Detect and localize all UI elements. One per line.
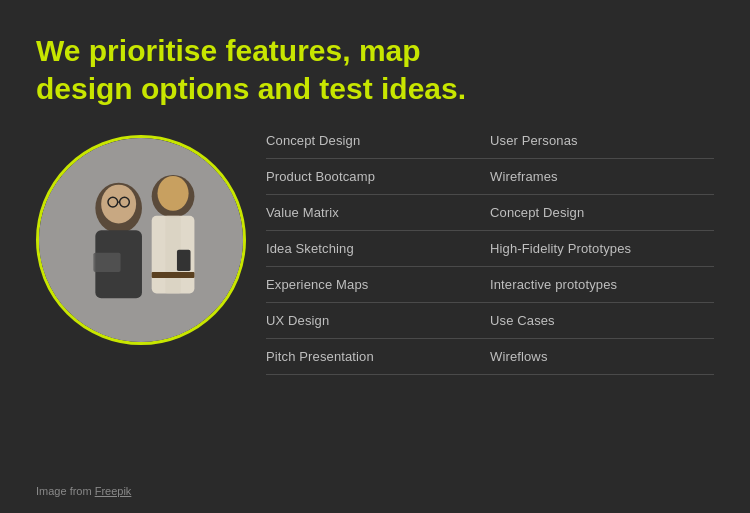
left-list-column: Concept Design Product Bootcamp Value Ma… bbox=[266, 127, 490, 375]
svg-rect-14 bbox=[177, 250, 191, 271]
page-container: We prioritise features, map design optio… bbox=[0, 0, 750, 513]
right-list-column: User Personas Wireframes Concept Design … bbox=[490, 127, 714, 375]
list-item: Pitch Presentation bbox=[266, 339, 490, 375]
svg-point-10 bbox=[158, 176, 189, 211]
list-item: UX Design bbox=[266, 303, 490, 339]
list-item: Use Cases bbox=[490, 303, 714, 339]
content-row: Concept Design Product Bootcamp Value Ma… bbox=[36, 127, 714, 493]
list-item: Interactive prototypes bbox=[490, 267, 714, 303]
svg-rect-13 bbox=[152, 272, 195, 278]
page-headline: We prioritise features, map design optio… bbox=[36, 32, 476, 107]
list-item: High-Fidelity Prototypes bbox=[490, 231, 714, 267]
list-item: Wireframes bbox=[490, 159, 714, 195]
list-item: Product Bootcamp bbox=[266, 159, 490, 195]
image-credit: Image from Freepik bbox=[36, 485, 131, 497]
list-item: Concept Design bbox=[266, 127, 490, 159]
list-item: User Personas bbox=[490, 127, 714, 159]
list-item: Value Matrix bbox=[266, 195, 490, 231]
list-item: Idea Sketching bbox=[266, 231, 490, 267]
team-photo bbox=[36, 135, 246, 345]
list-item: Experience Maps bbox=[266, 267, 490, 303]
svg-rect-8 bbox=[93, 253, 120, 272]
svg-point-4 bbox=[101, 185, 136, 224]
list-item: Wireflows bbox=[490, 339, 714, 375]
list-item: Concept Design bbox=[490, 195, 714, 231]
freepik-link[interactable]: Freepik bbox=[95, 485, 132, 497]
lists-area: Concept Design Product Bootcamp Value Ma… bbox=[266, 127, 714, 375]
